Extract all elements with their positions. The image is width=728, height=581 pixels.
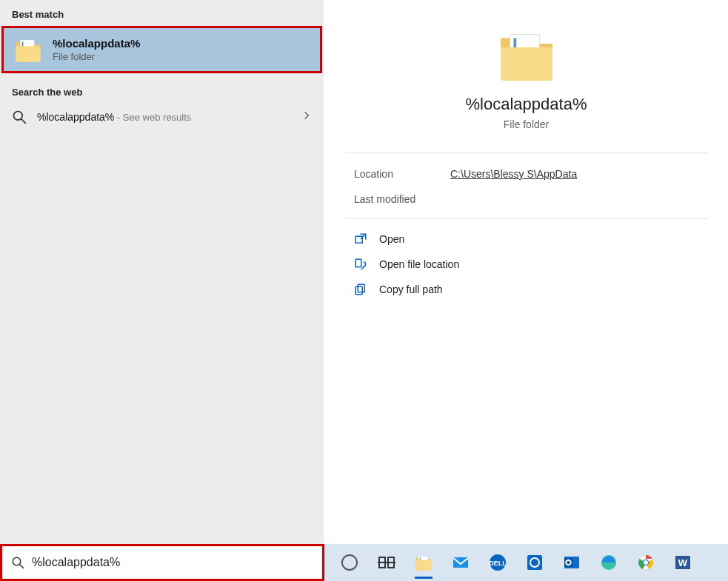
bottom-bar: DELL W — [0, 544, 728, 581]
folder-icon — [497, 25, 556, 84]
last-modified-label: Last modified — [354, 193, 450, 205]
properties-grid: Location C:\Users\Blessy S\AppData Last … — [324, 153, 728, 218]
svg-text:DELL: DELL — [489, 560, 507, 567]
outlook-icon — [563, 554, 581, 571]
cortana-button[interactable] — [338, 551, 361, 574]
chrome-button[interactable] — [634, 551, 658, 574]
svg-rect-12 — [453, 557, 468, 568]
mail-button[interactable] — [449, 551, 472, 574]
outlook-button[interactable] — [560, 551, 584, 574]
search-icon — [11, 556, 24, 569]
preview-title: %localappdata% — [466, 95, 587, 114]
taskbar: DELL W — [324, 544, 728, 581]
word-button[interactable]: W — [671, 551, 695, 574]
result-text-group: %localappdata% File folder — [53, 37, 140, 62]
chrome-icon — [637, 554, 655, 571]
word-icon: W — [674, 554, 692, 571]
svg-point-24 — [644, 560, 648, 565]
preview-subtitle: File folder — [504, 118, 549, 130]
last-modified-value — [450, 193, 698, 205]
open-label: Open — [379, 233, 404, 245]
dell-update-icon — [526, 554, 544, 571]
mail-icon — [452, 554, 470, 571]
best-match-header: Best match — [0, 0, 324, 24]
results-pane: Best match %localappdata% File folder Se… — [0, 0, 324, 544]
task-view-button[interactable] — [375, 551, 398, 574]
copy-full-path-action[interactable]: Copy full path — [354, 283, 698, 296]
actions-list: Open Open file location Copy full path — [324, 219, 728, 309]
details-pane: %localappdata% File folder Location C:\U… — [324, 0, 728, 544]
open-icon — [354, 232, 367, 246]
best-match-result[interactable]: %localappdata% File folder — [1, 26, 322, 73]
result-title: %localappdata% — [53, 37, 140, 50]
web-result-term: %localappdata% — [37, 111, 114, 123]
dell-app-button[interactable]: DELL — [486, 551, 510, 574]
dell-update-button[interactable] — [523, 551, 547, 574]
main-area: Best match %localappdata% File folder Se… — [0, 0, 728, 544]
location-label: Location — [354, 168, 450, 180]
chevron-right-icon — [301, 110, 312, 124]
location-icon — [354, 258, 367, 271]
windows-search-panel: Best match %localappdata% File folder Se… — [0, 0, 728, 581]
file-explorer-icon — [415, 554, 433, 571]
copy-icon — [354, 283, 367, 296]
preview-block: %localappdata% File folder — [324, 18, 728, 152]
open-action[interactable]: Open — [354, 232, 698, 246]
web-result-row[interactable]: %localappdata% - See web results — [0, 102, 324, 132]
task-view-icon — [378, 554, 395, 571]
open-location-label: Open file location — [379, 258, 459, 270]
svg-text:W: W — [678, 557, 688, 568]
edge-icon — [600, 554, 618, 571]
edge-button[interactable] — [597, 551, 621, 574]
search-icon — [12, 110, 27, 124]
web-result-text: %localappdata% - See web results — [37, 110, 191, 124]
cortana-icon — [341, 554, 358, 571]
dell-icon: DELL — [489, 554, 507, 571]
copy-path-label: Copy full path — [379, 283, 443, 295]
folder-icon — [14, 36, 42, 64]
search-web-header: Search the web — [0, 78, 324, 102]
web-result-hint: - See web results — [114, 112, 191, 123]
result-subtitle: File folder — [53, 51, 140, 62]
open-file-location-action[interactable]: Open file location — [354, 258, 698, 271]
file-explorer-button[interactable] — [412, 551, 435, 574]
search-box[interactable] — [0, 544, 324, 581]
search-input[interactable] — [32, 556, 313, 569]
location-link[interactable]: C:\Users\Blessy S\AppData — [450, 168, 577, 180]
